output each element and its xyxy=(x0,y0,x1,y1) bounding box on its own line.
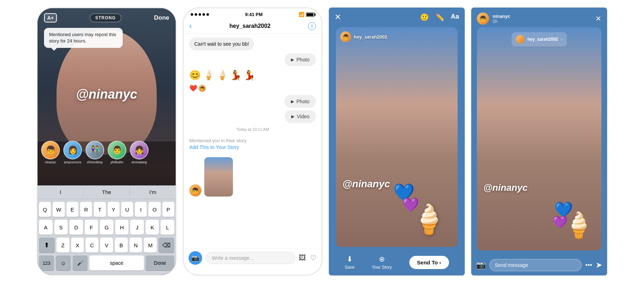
message-photo-sent[interactable]: ▶ Photo xyxy=(284,53,316,66)
key-o[interactable]: O xyxy=(148,202,160,217)
story4-camera-icon[interactable]: 📷 xyxy=(476,260,486,270)
key-p[interactable]: P xyxy=(162,202,174,217)
message-input[interactable]: Write a message... xyxy=(206,252,295,264)
key-v[interactable]: V xyxy=(100,238,113,253)
key-f[interactable]: F xyxy=(85,220,98,235)
screen2-dm-chat: 9:41 PM 📶 ‹ hey_sarah2002 i Can't wait t… xyxy=(183,8,322,275)
draw-icon[interactable]: ✏️ xyxy=(435,13,444,21)
avatar-phillsohn: 👨 xyxy=(108,141,126,159)
avatar-item-ninanyc[interactable]: 👦 ninanyc xyxy=(41,141,60,164)
sticker-icon[interactable]: 🙂 xyxy=(420,13,429,21)
suggestion-im[interactable]: I'm xyxy=(130,188,176,196)
key-backspace[interactable]: ⌫ xyxy=(158,238,174,253)
story-thumbnail-row: 👦 xyxy=(189,154,316,197)
key-z[interactable]: Z xyxy=(57,238,69,253)
story4-user-info: ninanyc 2h xyxy=(493,14,592,24)
info-button[interactable]: i xyxy=(308,22,316,30)
done-button[interactable]: Done xyxy=(154,14,169,21)
key-done[interactable]: Done xyxy=(146,255,174,270)
story4-bottom-bar: 📷 Send message ••• ➤ xyxy=(471,255,607,275)
text-format-button[interactable]: Aa xyxy=(451,13,459,21)
text-style-button[interactable]: A+ xyxy=(44,13,57,23)
story4-repost-avatar xyxy=(516,35,525,44)
font-strong-button[interactable]: STRONG xyxy=(90,14,121,22)
status-time: 9:41 PM xyxy=(245,12,263,17)
key-u[interactable]: U xyxy=(121,202,133,217)
key-q[interactable]: Q xyxy=(39,202,51,217)
story4-user-avatar[interactable]: 👦 xyxy=(477,13,489,25)
key-w[interactable]: W xyxy=(53,202,64,217)
emoji-face: 😊 xyxy=(189,70,201,81)
key-mic[interactable]: 🎤 xyxy=(73,255,88,270)
key-y[interactable]: Y xyxy=(108,202,119,217)
suggestion-i[interactable]: I xyxy=(38,188,84,196)
key-e[interactable]: E xyxy=(67,202,78,217)
send-to-button[interactable]: Send To › xyxy=(409,256,449,269)
avatar-amyconnors: 👩 xyxy=(63,141,82,159)
keyboard-suggestions: I The I'm xyxy=(38,185,176,199)
story-close-button[interactable]: ✕ xyxy=(335,13,341,22)
chat-username: hey_sarah2002 xyxy=(229,23,270,29)
keyboard-row-3: ⬆ Z X C V B N M ⌫ xyxy=(39,238,174,253)
key-shift[interactable]: ⬆ xyxy=(39,238,55,253)
key-num[interactable]: 123 xyxy=(39,255,54,270)
story-editor-toolbar: A+ STRONG Done xyxy=(38,13,176,23)
avatar-item-emmatang[interactable]: 👧 emmatang xyxy=(130,141,148,164)
key-emoji[interactable]: ☺ xyxy=(56,255,71,270)
key-r[interactable]: R xyxy=(80,202,92,217)
avatar-item-amyconnors[interactable]: 👩 amyconnors xyxy=(63,141,82,164)
message-video-btn[interactable]: ▶ Video xyxy=(285,110,316,123)
reactor-avatar: 👦 xyxy=(199,85,206,92)
avatar-item-phillsohn[interactable]: 👨 phillsohn xyxy=(108,141,126,164)
keyboard-row-bottom: 123 ☺ 🎤 space Done xyxy=(39,255,174,270)
key-b[interactable]: B xyxy=(115,238,128,253)
chevron-right-icon: › xyxy=(439,259,441,265)
key-n[interactable]: N xyxy=(130,238,142,253)
heart-stickers[interactable]: 💙 💜 xyxy=(397,190,425,218)
emoji-dancer2: 💃 xyxy=(244,70,255,81)
play-icon: ▶ xyxy=(291,57,294,62)
key-s[interactable]: S xyxy=(54,220,68,235)
message-photo-btn-2[interactable]: ▶ Photo xyxy=(284,95,316,108)
key-j[interactable]: J xyxy=(130,220,144,235)
story-photo: 👦 hey_sarah2002 @ninanyc 🍦 💙 💜 xyxy=(336,27,458,247)
gallery-icon[interactable]: 🖼 xyxy=(299,254,306,262)
story-sender-avatar: 👦 xyxy=(340,31,351,42)
heart-emoji: ❤️ xyxy=(189,84,197,92)
download-icon: ⬇ xyxy=(347,255,353,263)
back-button[interactable]: ‹ xyxy=(189,21,192,31)
story-mention-tag[interactable]: @ninanyc xyxy=(342,178,390,190)
chat-input-bar: 📷 Write a message... 🖼 ♡ xyxy=(184,248,322,268)
keyboard-row-2: A S D F G H J K L xyxy=(39,220,174,235)
story4-close-button[interactable]: ✕ xyxy=(595,14,601,23)
story4-repost-box[interactable]: hey_sarah2002 › xyxy=(512,32,567,46)
key-x[interactable]: X xyxy=(71,238,84,253)
battery-icon xyxy=(306,13,314,17)
key-t[interactable]: T xyxy=(94,202,106,217)
key-h[interactable]: H xyxy=(115,220,129,235)
avatar-item-chrisrobinp[interactable]: 👫 chrisrobinp xyxy=(86,141,104,164)
key-d[interactable]: D xyxy=(69,220,83,235)
key-c[interactable]: C xyxy=(86,238,98,253)
your-story-action[interactable]: ⊕ Your Story xyxy=(372,255,392,270)
key-l[interactable]: L xyxy=(161,220,174,235)
virtual-keyboard: I The I'm Q W E R T Y U I O P A xyxy=(38,185,176,275)
wifi-icon: 📶 xyxy=(299,12,304,17)
save-action[interactable]: ⬇ Save xyxy=(345,255,354,270)
key-space[interactable]: space xyxy=(89,255,144,270)
key-i[interactable]: I xyxy=(135,202,147,217)
story4-more-icon[interactable]: ••• xyxy=(585,262,592,269)
story-thumbnail[interactable] xyxy=(204,157,233,197)
story4-send-icon[interactable]: ➤ xyxy=(596,260,602,270)
key-g[interactable]: G xyxy=(100,220,113,235)
mention-sticker[interactable]: @ninanyc xyxy=(76,87,137,102)
heart-icon[interactable]: ♡ xyxy=(310,254,317,262)
story4-repost-arrow: › xyxy=(561,37,562,42)
key-m[interactable]: M xyxy=(144,238,157,253)
key-k[interactable]: K xyxy=(146,220,159,235)
suggestion-the[interactable]: The xyxy=(84,188,130,196)
camera-button[interactable]: 📷 xyxy=(189,251,202,265)
key-a[interactable]: A xyxy=(39,220,53,235)
story4-message-input[interactable]: Send message xyxy=(489,259,582,271)
add-to-story-link[interactable]: Add This to Your Story xyxy=(189,144,316,150)
